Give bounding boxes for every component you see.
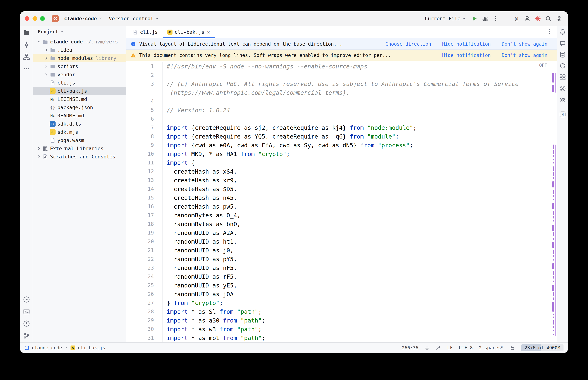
- memory-indicator[interactable]: 2376 of 4900M: [521, 344, 564, 351]
- line-number[interactable]: 11: [126, 158, 163, 167]
- line-number[interactable]: 5: [126, 106, 163, 115]
- line-number[interactable]: 16: [126, 202, 163, 211]
- close-window-button[interactable]: [25, 16, 29, 21]
- database-icon[interactable]: [559, 51, 567, 58]
- chevron-right-icon[interactable]: [43, 73, 50, 77]
- hide-notification-link[interactable]: Hide notification: [442, 41, 491, 47]
- line-number[interactable]: 30: [126, 325, 163, 334]
- chevron-right-icon[interactable]: [36, 155, 42, 159]
- services-tool-icon[interactable]: [23, 296, 30, 303]
- highlighting-level-badge[interactable]: OFF: [539, 63, 547, 68]
- tab-cli-js[interactable]: cli.js: [128, 26, 163, 38]
- breadcrumb-project[interactable]: claude-code: [32, 345, 62, 350]
- chevron-right-icon[interactable]: [36, 147, 42, 151]
- debug-button[interactable]: [481, 14, 489, 23]
- line-number[interactable]: 24: [126, 272, 163, 281]
- ai-assistant-icon[interactable]: [559, 39, 567, 47]
- tree-item-scratches-and-consoles[interactable]: Scratches and Consoles: [33, 152, 126, 161]
- structure-tool-icon[interactable]: [23, 53, 30, 61]
- asterisk-icon[interactable]: [534, 14, 542, 23]
- line-number[interactable]: 1: [126, 62, 163, 71]
- don-t-show-again-link[interactable]: Don't show again: [502, 53, 547, 58]
- tree-item-cli-js[interactable]: cli.js: [33, 79, 126, 87]
- line-number[interactable]: 26: [126, 290, 163, 299]
- zoom-window-button[interactable]: [40, 16, 45, 21]
- line-number[interactable]: 21: [126, 246, 163, 255]
- line-number[interactable]: 20: [126, 237, 163, 246]
- more-actions-button[interactable]: [491, 14, 500, 23]
- close-tab-icon[interactable]: ×: [207, 29, 210, 35]
- chevron-down-icon[interactable]: [36, 40, 42, 44]
- minimize-window-button[interactable]: [33, 16, 37, 21]
- profiler-icon[interactable]: [559, 85, 567, 92]
- line-number[interactable]: 9: [126, 141, 163, 150]
- code-with-me-icon[interactable]: [559, 96, 567, 104]
- chevron-right-icon[interactable]: [43, 48, 50, 52]
- run-configuration-selector[interactable]: Current File: [423, 15, 468, 22]
- line-separator-widget[interactable]: LF: [447, 345, 453, 350]
- line-number[interactable]: 31: [126, 334, 163, 342]
- hide-notification-link[interactable]: Hide notification: [442, 53, 491, 58]
- don-t-show-again-link[interactable]: Don't show again: [502, 41, 547, 47]
- tab-cli-bak-js[interactable]: JScli-bak.js×: [163, 26, 215, 38]
- settings-button[interactable]: [555, 14, 563, 23]
- line-number[interactable]: 22: [126, 255, 163, 264]
- line-number[interactable]: 29: [126, 316, 163, 325]
- encoding-widget[interactable]: UTF-8: [459, 345, 473, 350]
- version-control-tool-icon[interactable]: [23, 332, 30, 340]
- tree-item-vendor[interactable]: vendor: [33, 71, 126, 79]
- tree-item-sdk-d-ts[interactable]: TSsdk.d.ts: [33, 120, 126, 128]
- scrollbar-error-stripe[interactable]: [550, 61, 557, 342]
- tree-item-claude-code[interactable]: claude-code~/.nvm/vers: [33, 38, 126, 46]
- tree-item-license-md[interactable]: M↓LICENSE.md: [33, 95, 126, 103]
- lock-icon[interactable]: [510, 345, 515, 350]
- line-number[interactable]: 7: [126, 123, 163, 132]
- line-number[interactable]: 28: [126, 307, 163, 316]
- chevron-right-icon[interactable]: [43, 64, 50, 68]
- dependencies-icon[interactable]: [559, 73, 567, 81]
- tree-item-cli-bak-js[interactable]: JScli-bak.js: [33, 87, 126, 95]
- mention-icon[interactable]: @: [512, 14, 521, 23]
- maven-icon[interactable]: M: [559, 111, 567, 118]
- code-area[interactable]: 1#!/usr/bin/env -S node --no-warnings --…: [126, 61, 550, 342]
- problems-tool-icon[interactable]: [23, 320, 30, 327]
- tab-list-options-icon[interactable]: [547, 29, 553, 36]
- line-number[interactable]: 23: [126, 264, 163, 272]
- search-everywhere-button[interactable]: [544, 14, 552, 23]
- line-number[interactable]: 25: [126, 281, 163, 290]
- line-number[interactable]: 19: [126, 228, 163, 237]
- tree-item-external-libraries[interactable]: External Libraries: [33, 144, 126, 152]
- vcs-widget[interactable]: Version control: [107, 15, 161, 22]
- line-number[interactable]: 18: [126, 220, 163, 228]
- line-number[interactable]: 2: [126, 71, 163, 79]
- more-tool-windows-icon[interactable]: [23, 65, 30, 73]
- user-icon[interactable]: [523, 14, 531, 23]
- notifications-icon[interactable]: [559, 28, 567, 36]
- line-number[interactable]: 8: [126, 132, 163, 141]
- line-number[interactable]: 17: [126, 211, 163, 220]
- tree-item-package-json[interactable]: {}package.json: [33, 103, 126, 112]
- choose-direction-link[interactable]: Choose direction: [385, 41, 431, 47]
- indent-widget[interactable]: 2 spaces*: [479, 345, 504, 350]
- tree-item-idea[interactable]: .idea: [33, 46, 126, 54]
- screen-reader-icon[interactable]: [425, 345, 430, 350]
- line-number[interactable]: 12: [126, 167, 163, 176]
- terminal-tool-icon[interactable]: [23, 308, 30, 315]
- line-number[interactable]: 27: [126, 299, 163, 307]
- line-number[interactable]: 15: [126, 193, 163, 202]
- editor[interactable]: 1#!/usr/bin/env -S node --no-warnings --…: [126, 61, 557, 342]
- highlighting-off-icon[interactable]: [436, 345, 441, 350]
- breadcrumb-file[interactable]: cli-bak.js: [78, 345, 105, 350]
- line-number[interactable]: 6: [126, 115, 163, 123]
- line-number[interactable]: 3: [126, 79, 163, 88]
- project-panel-header[interactable]: Project: [33, 26, 126, 37]
- project-tool-icon[interactable]: [23, 29, 30, 37]
- line-number[interactable]: 10: [126, 150, 163, 158]
- tree-item-readme-md[interactable]: M↓README.md: [33, 112, 126, 120]
- commit-tool-icon[interactable]: [23, 41, 30, 49]
- tree-item-scripts[interactable]: scripts: [33, 62, 126, 71]
- gradle-icon[interactable]: [559, 62, 567, 70]
- tree-item-yoga-wasm[interactable]: yoga.wasm: [33, 136, 126, 144]
- line-number[interactable]: 14: [126, 185, 163, 193]
- caret-position-widget[interactable]: 266:36: [402, 345, 418, 350]
